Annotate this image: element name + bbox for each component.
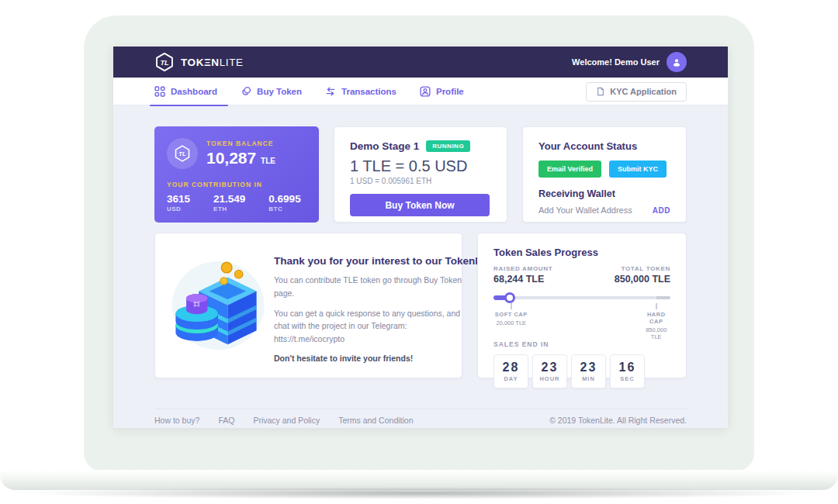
token-logo-badge-icon: TL [167,138,198,169]
nav-tabs: Dashboard Buy Token [154,78,464,105]
swap-arrows-icon [325,86,336,97]
tab-dashboard[interactable]: Dashboard [154,78,217,105]
countdown-min: 23 MIN [571,354,606,388]
summary-row: TL TOKEN BALANCE 10,287 TLE YOUR CONTRIB… [154,126,687,223]
contribution-eth: 21.549 ETH [213,193,245,212]
tab-label: Buy Token [257,87,302,96]
soft-cap-label-block: SOFT CAP 20,000 TLE [495,311,528,326]
slider-track-tail [656,296,670,299]
add-wallet-link[interactable]: ADD [653,206,670,215]
contribution-btc: 0.6995 BTC [268,193,300,212]
wallet-address-hint: Add Your Wallet Address [538,205,632,215]
token-sales-progress-card: Token Sales Progress RAISED AMOUNT 68,24… [477,233,687,378]
footer-link-terms[interactable]: Terms and Condition [338,416,413,425]
person-icon [671,57,682,67]
contribution-values: 3615 USD 21.549 ETH 0.6995 BTC [167,193,306,212]
tab-transactions[interactable]: Transactions [325,78,396,105]
thanks-invite-line: Don't hesitate to invite your friends! [274,354,493,363]
detail-row: Thank you for your interest to our Token… [154,233,687,378]
submit-kyc-badge[interactable]: Submit KYC [609,161,667,178]
thanks-title: Thank you for your interest to our Token… [274,255,493,267]
kyc-button-label: KYC Application [610,87,677,96]
welcome-text: Welcome! Demo User [572,57,660,67]
footer-link-faq[interactable]: FAQ [218,416,234,425]
sales-progress-slider [493,292,670,303]
tab-profile[interactable]: Profile [420,78,464,105]
document-icon [596,87,605,96]
soft-cap-tick [511,303,512,309]
copyright-text: © 2019 TokenLite. All Right Reserved. [549,416,687,425]
countdown-hour: 23 HOUR [532,354,567,388]
tab-label: Transactions [341,87,396,96]
countdown-timer: 28 DAY 23 HOUR 23 MIN [493,354,670,388]
running-status-badge: RUNNING [426,140,470,152]
account-status-title: Your Account Status [538,140,670,152]
token-sub-rate: 1 USD = 0.005961 ETH [350,177,491,185]
sales-end-label: SALES END IN [493,340,670,348]
token-rate: 1 TLE = 0.5 USD [350,157,491,175]
svg-text:TL: TL [178,150,186,157]
token-balance-amount: 10,287 TLE [206,149,275,167]
coins-stack-illustration [170,253,266,358]
main-nav: Dashboard Buy Token [113,78,728,105]
tab-label: Dashboard [171,87,217,96]
sale-stage-card: Demo Stage 1 RUNNING 1 TLE = 0.5 USD 1 U… [334,126,507,223]
coins-icon [241,86,251,97]
hard-cap-label-block: HARD CAP 850,000 TLE [646,311,667,340]
thanks-paragraph-2: You can get a quick response to any ques… [274,307,466,346]
footer-links: How to buy? FAQ Privacy and Policy Terms… [154,416,414,425]
tab-label: Profile [436,87,464,96]
buy-token-now-button[interactable]: Buy Token Now [350,194,490,216]
dashboard-content: TL TOKEN BALANCE 10,287 TLE YOUR CONTRIB… [113,105,728,425]
total-token-block: TOTAL TOKEN 850,000 TLE [615,265,670,285]
stage-title: Demo Stage 1 [350,140,419,152]
contribution-usd: 3615 USD [167,193,190,212]
brand-logo[interactable]: TL TOKΞNLITE [154,52,244,72]
countdown-sec: 16 SEC [610,354,645,388]
svg-text:TL: TL [160,59,169,67]
tokenlite-hexagon-logo-icon: TL [154,52,175,72]
user-avatar[interactable] [667,52,687,72]
brand-wordmark: TOKΞNLITE [181,57,244,68]
token-balance-label: TOKEN BALANCE [206,140,275,147]
footer-link-privacy[interactable]: Privacy and Policy [253,416,320,425]
laptop-shadow [16,487,822,499]
thanks-paragraph-1: You can contribute TLE token go through … [274,274,466,300]
top-header: TL TOKΞNLITE Welcome! Demo User [113,47,728,78]
token-balance-card: TL TOKEN BALANCE 10,287 TLE YOUR CONTRIB… [154,126,319,223]
welcome-message-card: Thank you for your interest to our Token… [154,233,462,378]
email-verified-badge[interactable]: Email Verified [538,161,601,178]
contribution-label: YOUR CONTRIBUTION IN [167,181,306,188]
page: TL TOKΞNLITE Welcome! Demo User [0,0,838,504]
profile-icon [420,86,431,97]
countdown-day: 28 DAY [493,354,528,388]
progress-title: Token Sales Progress [493,247,670,258]
footer-link-how-to-buy[interactable]: How to buy? [154,416,199,425]
tab-buy-token[interactable]: Buy Token [241,78,302,105]
app-window: TL TOKΞNLITE Welcome! Demo User [113,47,728,428]
user-menu: Welcome! Demo User [572,52,687,72]
dashboard-grid-icon [154,86,165,97]
slider-track [493,296,670,299]
app-footer: How to buy? FAQ Privacy and Policy Terms… [154,409,687,425]
raised-amount-block: RAISED AMOUNT 68,244 TLE [493,265,552,285]
hard-cap-tick [656,303,657,309]
slider-knob [504,292,515,303]
receiving-wallet-title: Receiving Wallet [538,188,670,199]
kyc-application-button[interactable]: KYC Application [586,82,687,102]
account-status-card: Your Account Status Email Verified Submi… [522,126,687,223]
